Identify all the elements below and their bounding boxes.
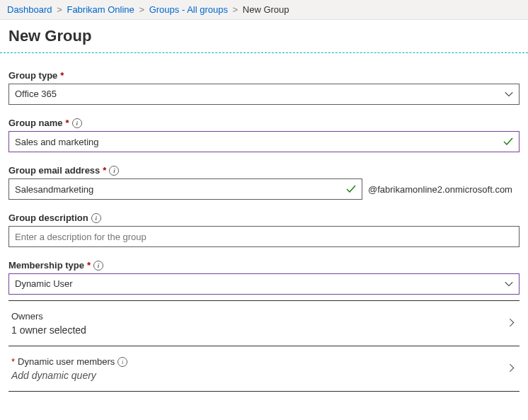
group-description-field: Group description i bbox=[8, 212, 520, 247]
label-text: Dynamic user members bbox=[18, 356, 115, 367]
label-text: Group email address bbox=[8, 165, 100, 176]
breadcrumb-link-dashboard[interactable]: Dashboard bbox=[7, 4, 52, 15]
breadcrumb-link-groups[interactable]: Groups - All groups bbox=[149, 4, 228, 15]
chevron-right-icon bbox=[507, 317, 517, 329]
group-name-field: Group name * i bbox=[8, 118, 520, 152]
owners-section[interactable]: Owners 1 owner selected bbox=[8, 301, 520, 346]
form-area: Group type * Office 365 Group name * i G… bbox=[0, 53, 528, 400]
info-icon[interactable]: i bbox=[72, 118, 82, 128]
chevron-right-icon: > bbox=[233, 4, 239, 15]
dynamic-members-title: *Dynamic user members i bbox=[11, 356, 520, 367]
group-type-field: Group type * Office 365 bbox=[8, 70, 520, 105]
group-email-input[interactable] bbox=[8, 178, 362, 200]
info-icon[interactable]: i bbox=[109, 166, 119, 176]
membership-type-value: Dynamic User bbox=[8, 273, 520, 295]
group-type-value: Office 365 bbox=[8, 84, 520, 105]
group-email-row: @fabrikamonline2.onmicrosoft.com bbox=[8, 178, 520, 200]
label-text: Group name bbox=[8, 118, 63, 128]
dynamic-members-value: Add dynamic query bbox=[11, 370, 520, 381]
owners-value: 1 owner selected bbox=[11, 324, 520, 336]
chevron-right-icon: > bbox=[57, 4, 62, 15]
dynamic-members-section[interactable]: *Dynamic user members i Add dynamic quer… bbox=[8, 346, 520, 392]
membership-type-select[interactable]: Dynamic User bbox=[8, 273, 520, 295]
info-icon[interactable]: i bbox=[91, 213, 101, 223]
breadcrumb-current: New Group bbox=[243, 4, 289, 15]
group-description-input-wrap bbox=[8, 226, 520, 247]
group-email-label: Group email address * i bbox=[8, 165, 520, 176]
breadcrumb: Dashboard > Fabrikam Online > Groups - A… bbox=[0, 0, 528, 20]
chevron-right-icon bbox=[507, 363, 517, 375]
info-icon[interactable]: i bbox=[93, 261, 103, 271]
required-asterisk: * bbox=[87, 260, 91, 271]
group-name-input-wrap bbox=[8, 131, 520, 152]
group-description-label: Group description i bbox=[8, 212, 520, 223]
group-description-input[interactable] bbox=[8, 226, 520, 247]
info-icon[interactable]: i bbox=[117, 357, 127, 367]
label-text: Owners bbox=[11, 311, 43, 322]
email-domain-suffix: @fabrikamonline2.onmicrosoft.com bbox=[368, 184, 512, 195]
label-text: Group type bbox=[8, 70, 57, 81]
group-type-select[interactable]: Office 365 bbox=[8, 84, 520, 105]
required-asterisk: * bbox=[60, 70, 64, 81]
owners-title: Owners bbox=[11, 311, 520, 322]
group-name-label: Group name * i bbox=[8, 118, 520, 128]
label-text: Group description bbox=[8, 212, 88, 223]
membership-type-label: Membership type * i bbox=[8, 260, 520, 271]
page-title: New Group bbox=[0, 20, 528, 52]
group-email-field: Group email address * i @fabrikamonline2… bbox=[8, 165, 520, 200]
membership-type-field: Membership type * i Dynamic User bbox=[8, 260, 520, 295]
group-type-label: Group type * bbox=[8, 70, 520, 81]
chevron-right-icon: > bbox=[139, 4, 144, 15]
group-name-input[interactable] bbox=[8, 131, 520, 152]
breadcrumb-link-fabrikam[interactable]: Fabrikam Online bbox=[67, 4, 134, 15]
group-email-input-wrap bbox=[8, 178, 362, 200]
required-asterisk: * bbox=[66, 118, 69, 128]
required-asterisk: * bbox=[11, 356, 15, 367]
label-text: Membership type bbox=[8, 260, 84, 271]
required-asterisk: * bbox=[103, 165, 106, 176]
